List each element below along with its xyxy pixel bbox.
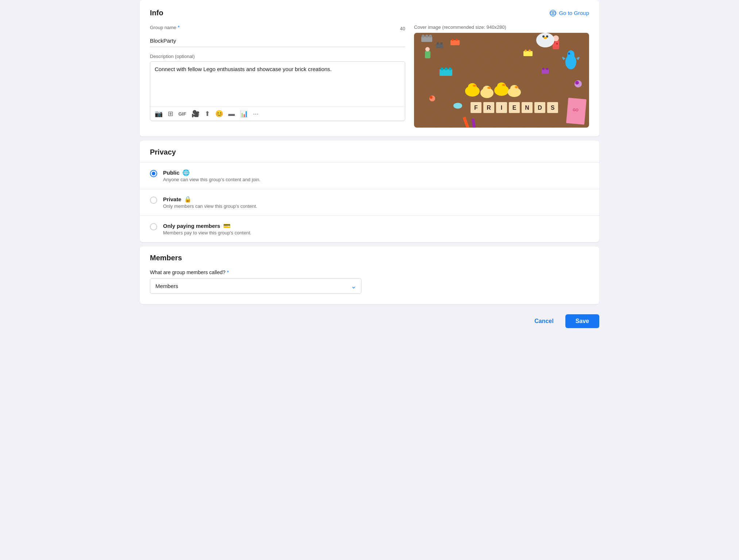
svg-point-68 bbox=[525, 50, 527, 52]
chart-icon[interactable]: 📊 bbox=[240, 110, 248, 118]
svg-point-52 bbox=[542, 68, 545, 70]
svg-point-20 bbox=[497, 82, 506, 90]
svg-point-65 bbox=[445, 67, 448, 70]
svg-point-74 bbox=[575, 81, 579, 85]
privacy-public-desc: Anyone can view this group's content and… bbox=[163, 177, 589, 182]
eye-icon bbox=[549, 9, 557, 17]
svg-text:R: R bbox=[487, 105, 491, 111]
svg-point-18 bbox=[487, 87, 491, 89]
privacy-option-paying[interactable]: Only paying members 💳 Members pay to vie… bbox=[140, 216, 599, 242]
video-icon[interactable]: 🎥 bbox=[191, 110, 200, 118]
svg-point-11 bbox=[437, 42, 439, 44]
svg-text:GO: GO bbox=[573, 108, 579, 112]
privacy-private-desc: Only members can view this group's conte… bbox=[163, 203, 589, 209]
svg-point-23 bbox=[510, 85, 518, 92]
members-section: Members What are group members called? *… bbox=[140, 246, 599, 304]
svg-point-49 bbox=[452, 39, 454, 41]
more-icon[interactable]: ··· bbox=[253, 110, 259, 118]
group-name-row: Group name * 40 bbox=[150, 24, 405, 32]
privacy-section: Privacy Public 🌐 Anyone can view this gr… bbox=[140, 141, 599, 242]
privacy-public-content: Public 🌐 Anyone can view this group's co… bbox=[163, 169, 589, 182]
cancel-button[interactable]: Cancel bbox=[527, 314, 561, 328]
svg-rect-10 bbox=[436, 44, 443, 48]
members-title: Members bbox=[150, 254, 589, 262]
privacy-private-title: Private 🔒 bbox=[163, 196, 589, 203]
text-icon[interactable]: ▬ bbox=[228, 110, 235, 118]
privacy-paying-title: Only paying members 💳 bbox=[163, 222, 589, 229]
cover-image-section: Cover image (recommended size: 940x280) bbox=[414, 24, 589, 128]
textarea-toolbar: 📷 ⊞ GIF 🎥 ⬆ 😊 ▬ 📊 ··· bbox=[150, 106, 405, 121]
svg-text:S: S bbox=[551, 105, 555, 111]
privacy-option-private[interactable]: Private 🔒 Only members can view this gro… bbox=[140, 189, 599, 216]
svg-point-8 bbox=[425, 35, 428, 38]
radio-paying[interactable] bbox=[150, 223, 157, 230]
svg-point-69 bbox=[529, 50, 531, 52]
svg-point-60 bbox=[543, 37, 547, 39]
svg-point-7 bbox=[422, 35, 425, 38]
svg-text:F: F bbox=[474, 105, 478, 111]
svg-point-14 bbox=[468, 83, 477, 90]
svg-rect-46 bbox=[425, 51, 430, 58]
description-wrapper: Connect with fellow Lego enthusiasts and… bbox=[150, 61, 405, 121]
svg-text:N: N bbox=[525, 105, 529, 111]
radio-private[interactable] bbox=[150, 197, 157, 204]
svg-point-70 bbox=[453, 103, 462, 109]
svg-point-66 bbox=[449, 67, 452, 70]
svg-point-45 bbox=[556, 43, 558, 44]
privacy-private-content: Private 🔒 Only members can view this gro… bbox=[163, 196, 589, 209]
svg-point-64 bbox=[441, 67, 444, 70]
svg-point-15 bbox=[473, 85, 476, 87]
svg-point-21 bbox=[502, 84, 506, 86]
svg-point-12 bbox=[440, 42, 442, 44]
svg-point-40 bbox=[567, 50, 574, 59]
members-field-label: What are group members called? * bbox=[150, 269, 589, 275]
svg-point-0 bbox=[550, 10, 556, 16]
cover-image-label: Cover image (recommended size: 940x280) bbox=[414, 24, 589, 30]
svg-point-41 bbox=[568, 52, 570, 55]
paying-icon: 💳 bbox=[223, 222, 231, 229]
svg-point-72 bbox=[430, 96, 433, 99]
radio-public[interactable] bbox=[150, 170, 157, 177]
photo-icon[interactable]: 📷 bbox=[155, 110, 163, 118]
info-section-header: Info Go to Group bbox=[150, 9, 589, 17]
svg-rect-67 bbox=[523, 51, 533, 56]
members-required-star: * bbox=[227, 269, 229, 275]
info-section: Info Go to Group Group name * 40 bbox=[140, 0, 599, 136]
gif-icon[interactable]: GIF bbox=[178, 111, 186, 117]
info-form-left: Group name * 40 Description (optional) C… bbox=[150, 24, 405, 128]
svg-rect-48 bbox=[450, 40, 460, 45]
char-count: 40 bbox=[400, 26, 405, 31]
privacy-option-public[interactable]: Public 🌐 Anyone can view this group's co… bbox=[140, 163, 599, 189]
emoji-icon[interactable]: 😊 bbox=[215, 110, 223, 118]
members-select[interactable]: Members Fans Subscribers Followers Parti… bbox=[150, 278, 361, 294]
group-name-label: Group name * bbox=[150, 24, 180, 30]
group-name-required-star: * bbox=[178, 24, 179, 30]
upload-icon[interactable]: ⬆ bbox=[205, 110, 210, 118]
globe-icon: 🌐 bbox=[182, 169, 190, 176]
svg-rect-51 bbox=[542, 69, 549, 74]
gallery-icon[interactable]: ⊞ bbox=[168, 110, 173, 118]
members-select-wrapper: Members Fans Subscribers Followers Parti… bbox=[150, 278, 361, 294]
svg-text:I: I bbox=[501, 105, 502, 111]
info-form: Group name * 40 Description (optional) C… bbox=[150, 24, 589, 128]
description-textarea[interactable]: Connect with fellow Lego enthusiasts and… bbox=[150, 62, 405, 105]
go-to-group-link[interactable]: Go to Group bbox=[549, 9, 589, 17]
footer-bar: Cancel Save bbox=[140, 308, 599, 331]
description-label: Description (optional) bbox=[150, 54, 405, 59]
save-button[interactable]: Save bbox=[565, 314, 599, 328]
privacy-paying-content: Only paying members 💳 Members pay to vie… bbox=[163, 222, 589, 236]
privacy-paying-desc: Members pay to view this group's content… bbox=[163, 230, 589, 236]
svg-text:D: D bbox=[538, 105, 542, 111]
svg-point-9 bbox=[429, 35, 432, 38]
group-name-input[interactable] bbox=[150, 35, 405, 47]
svg-point-47 bbox=[425, 47, 430, 51]
svg-point-24 bbox=[515, 86, 518, 88]
go-to-group-label: Go to Group bbox=[559, 10, 589, 16]
cover-image: F R I E N D S bbox=[414, 33, 589, 128]
svg-point-50 bbox=[456, 39, 458, 41]
privacy-public-title: Public 🌐 bbox=[163, 169, 589, 176]
svg-text:E: E bbox=[512, 105, 516, 111]
radio-public-inner bbox=[152, 172, 155, 175]
svg-point-1 bbox=[552, 12, 554, 14]
page-title: Info bbox=[150, 9, 163, 17]
